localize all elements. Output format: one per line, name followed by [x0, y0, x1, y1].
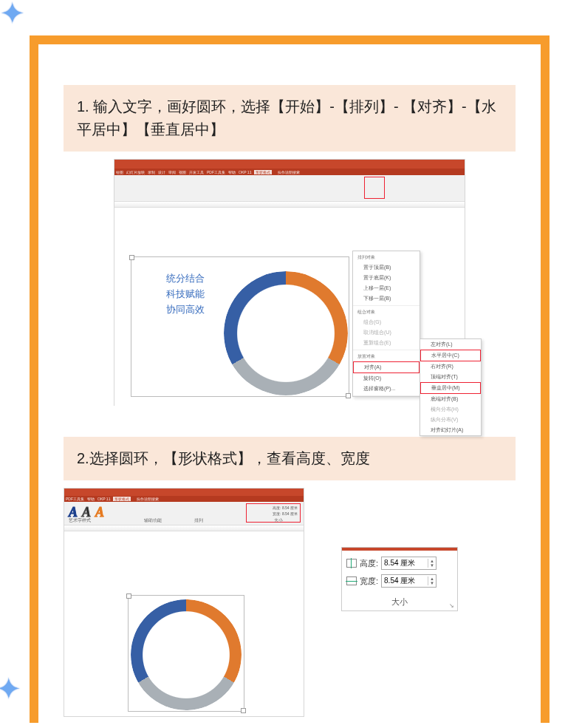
size-group-footer: 大小 ↘	[342, 595, 457, 610]
dialog-launcher-icon[interactable]: ↘	[449, 602, 454, 609]
height-label: 高度:	[360, 558, 378, 569]
menu-item[interactable]: 上移一层(E)	[353, 283, 420, 293]
group-label: 排列	[194, 517, 203, 524]
ribbon-tab[interactable]: 形状格式	[254, 170, 272, 174]
ribbon-tab-row: 绘图 幻灯片放映 录制 设计 审阅 视图 开发工具 PDF工具集 帮助 OKP …	[114, 169, 465, 175]
star-icon: ✦	[0, 672, 21, 706]
height-icon	[346, 559, 357, 568]
menu-item[interactable]: 组合(G)	[353, 317, 420, 327]
slide-canvas: 统分结合 科技赋能 协同高效 排列对象 置于顶层(B) 置于底层(K) 上移一层…	[114, 208, 465, 407]
arrange-dropdown-menu: 排列对象 置于顶层(B) 置于底层(K) 上移一层(E) 下移一层(B) 组合对…	[352, 251, 420, 397]
chevron-down-icon: ▼	[430, 563, 434, 568]
menu-item[interactable]: 置于底层(K)	[353, 273, 420, 283]
ribbon-tab[interactable]: OKP 11	[97, 497, 110, 501]
size-group-label: 大小	[391, 597, 408, 606]
ribbon-tab[interactable]: PDF工具集	[207, 170, 225, 174]
ribbon-tab[interactable]: 帮助	[228, 170, 236, 174]
step-2-banner: 2.选择圆环，【形状格式】，查看高度、宽度	[64, 437, 516, 480]
tell-me[interactable]: 操作说明搜索	[278, 170, 300, 174]
width-label: 宽度:	[360, 576, 378, 587]
donut-ring[interactable]	[224, 271, 348, 395]
ribbon-tab[interactable]: 开发工具	[189, 170, 204, 174]
step-2-row: PDF工具集 帮助 OKP 11 形状格式 操作说明搜索 A A A 艺术字样式…	[64, 488, 516, 717]
step-1-banner: 1. 输入文字，画好圆环，选择【开始】-【排列】- 【对齐】-【水平居中】【垂直…	[64, 85, 516, 152]
submenu-item-center-v[interactable]: 垂直居中(M)	[420, 382, 481, 394]
menu-item-align[interactable]: 对齐(A)	[353, 361, 420, 373]
title-bar	[114, 160, 465, 169]
mini-width-label: 宽度:	[273, 511, 281, 516]
width-row: 宽度: ▲▼	[346, 574, 453, 588]
screenshot-2: PDF工具集 帮助 OKP 11 形状格式 操作说明搜索 A A A 艺术字样式…	[64, 488, 304, 717]
height-input[interactable]: ▲▼	[381, 557, 437, 570]
ribbon-tab-row: PDF工具集 帮助 OKP 11 形状格式 操作说明搜索	[64, 496, 304, 502]
step-2-text: 2.选择圆环，【形状格式】，查看高度、宽度	[77, 450, 370, 466]
ribbon-tab[interactable]: 形状格式	[113, 497, 131, 501]
submenu-item[interactable]: 右对齐(R)	[420, 361, 481, 372]
submenu-item[interactable]: 顶端对齐(T)	[420, 372, 481, 382]
ribbon-tab[interactable]: 视图	[179, 170, 186, 174]
mini-width-val: 8.54 厘米	[282, 511, 298, 516]
ribbon-tab[interactable]: 审阅	[168, 170, 176, 174]
ribbon-tab[interactable]: 设计	[158, 170, 165, 174]
size-panel-zoom: 高度: ▲▼ 宽度: ▲▼	[341, 547, 458, 611]
slide-canvas	[64, 531, 304, 715]
ribbon-controls: A A A 艺术字样式 辅助功能 排列 高度: 8.54 厘米 宽度: 8.54…	[64, 502, 304, 525]
screenshot-1: 绘图 幻灯片放映 录制 设计 审阅 视图 开发工具 PDF工具集 帮助 OKP …	[114, 159, 465, 406]
menu-section-header: 组合对象	[353, 307, 420, 317]
height-field[interactable]	[382, 559, 428, 568]
ribbon-tab[interactable]: 帮助	[87, 497, 95, 501]
ribbon-tab[interactable]: 幻灯片放映	[126, 170, 145, 174]
ribbon-tab[interactable]: PDF工具集	[66, 497, 84, 501]
submenu-item[interactable]: 横向分布(H)	[420, 404, 481, 415]
submenu-item[interactable]: 底端对齐(B)	[420, 394, 481, 404]
content-column: 1. 输入文字，画好圆环，选择【开始】-【排列】- 【对齐】-【水平居中】【垂直…	[38, 44, 541, 717]
ruler	[64, 525, 304, 531]
ribbon-tab[interactable]: 录制	[148, 170, 155, 174]
wordart-sample-icon: A	[95, 505, 104, 520]
spinner[interactable]: ▲▼	[428, 559, 436, 568]
menu-item[interactable]: 下移一层(B)	[353, 293, 420, 304]
width-icon	[346, 576, 357, 585]
submenu-item[interactable]: 对齐幻灯片(A)	[420, 425, 481, 435]
submenu-item-center-h[interactable]: 水平居中(C)	[420, 350, 481, 361]
submenu-item[interactable]: 纵向分布(V)	[420, 415, 481, 425]
menu-item[interactable]: 置于顶层(B)	[353, 262, 420, 273]
star-icon: ✦	[0, 0, 25, 30]
menu-item[interactable]: 重新组合(E)	[353, 338, 420, 348]
menu-item[interactable]: 取消组合(U)	[353, 327, 420, 338]
title-bar	[64, 489, 304, 496]
menu-item-selection-pane[interactable]: 选择窗格(P)...	[353, 384, 420, 394]
align-submenu: 左对齐(L) 水平居中(C) 右对齐(R) 顶端对齐(T) 垂直居中(M) 底端…	[420, 339, 482, 436]
tell-me[interactable]: 操作说明搜索	[137, 497, 159, 501]
highlight-arrange-button	[364, 177, 385, 199]
menu-section-header: 排列对象	[353, 253, 420, 262]
chevron-down-icon: ▼	[430, 581, 434, 585]
step-1-text: 1. 输入文字，画好圆环，选择【开始】-【排列】- 【对齐】-【水平居中】【垂直…	[77, 98, 496, 137]
height-row: 高度: ▲▼	[346, 557, 453, 570]
ribbon-tab[interactable]: OKP 11	[239, 170, 251, 174]
donut-ring[interactable]	[131, 599, 242, 710]
ruler	[114, 202, 465, 208]
spinner[interactable]: ▲▼	[428, 576, 436, 585]
group-label: 大小	[274, 517, 283, 524]
group-label: 艺术字样式	[69, 517, 91, 524]
width-input[interactable]: ▲▼	[381, 574, 437, 588]
ribbon-tab[interactable]: 绘图	[116, 170, 123, 174]
submenu-item[interactable]: 左对齐(L)	[420, 339, 481, 350]
document-frame: 1. 输入文字，画好圆环，选择【开始】-【排列】- 【对齐】-【水平居中】【垂直…	[30, 35, 550, 723]
menu-item-rotate[interactable]: 旋转(O)	[353, 373, 420, 384]
mini-height-label: 高度:	[273, 506, 281, 510]
mini-height-val: 8.54 厘米	[282, 506, 298, 510]
ribbon-controls	[114, 175, 465, 202]
width-field[interactable]	[382, 576, 428, 586]
group-label: 辅助功能	[144, 517, 162, 524]
menu-section-header: 放置对象	[353, 352, 420, 361]
size-group-mini: 高度: 8.54 厘米 宽度: 8.54 厘米	[273, 505, 298, 517]
